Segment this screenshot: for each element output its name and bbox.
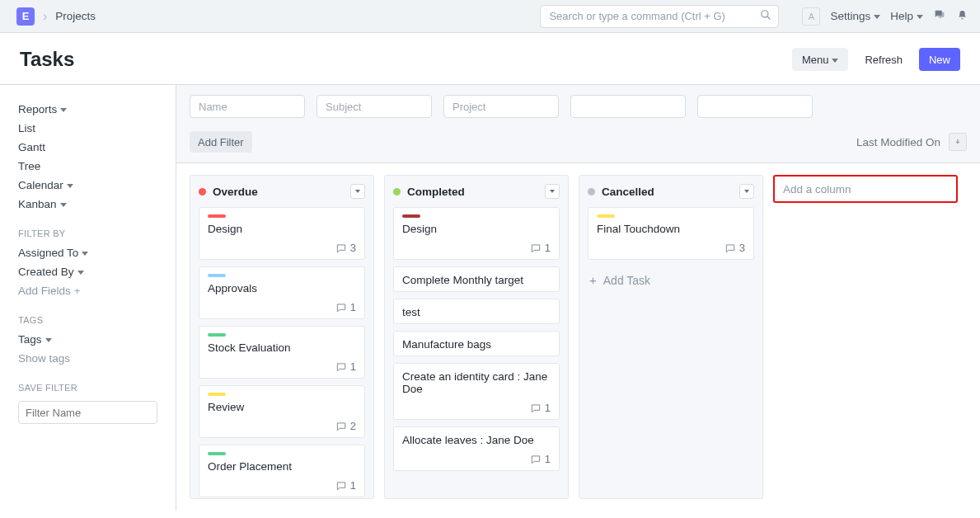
chevron-down-icon [82,252,88,256]
card-comments: 1 [208,301,356,313]
filter-input[interactable] [317,95,432,118]
card-comments: 1 [208,360,356,373]
page-title: Tasks [20,48,792,71]
card-priority-bar [208,274,226,277]
card-comments: 1 [208,479,356,492]
column-title: Completed [407,186,538,198]
card-title: Create an identity card : Jane Doe [402,370,551,395]
card-priority-bar [208,452,226,455]
sidebar-view-item[interactable]: Tree [18,157,157,176]
comment-icon [724,243,736,254]
chevron-down-icon [874,15,880,19]
card-title: Manufacture bags [402,338,551,351]
chevron-down-icon [77,271,84,275]
chevron-down-icon [67,184,73,188]
card-title: Complete Monthly target [402,274,551,286]
help-menu[interactable]: Help [890,10,923,22]
add-task-button[interactable]: + Add Task [588,266,754,294]
chevron-right-icon: › [43,9,47,24]
page-header: Tasks Menu Refresh New [0,33,980,85]
kanban-card[interactable]: test [393,299,560,324]
card-title: Final Touchdown [597,223,745,235]
bell-icon[interactable] [956,9,968,24]
tags-link[interactable]: Tags [18,330,157,349]
card-title: Allocate leaves : Jane Doe [402,434,551,446]
chevron-down-icon [744,190,749,193]
comment-icon [335,361,347,373]
search-icon [760,9,771,23]
filter-input[interactable] [570,95,686,118]
sidebar-filter-item[interactable]: Assigned To [18,243,157,262]
settings-label: Settings [830,10,870,22]
chat-icon[interactable] [933,8,946,24]
kanban-card[interactable]: Create an identity card : Jane Doe 1 [393,363,560,420]
kanban-column: Overdue Design 3Approvals 1Stock Evaluat… [190,175,374,499]
filter-input[interactable] [697,95,813,118]
sort-label[interactable]: Last Modified On [856,136,940,148]
refresh-button[interactable]: Refresh [855,48,912,71]
kanban-card[interactable]: Review 2 [199,385,365,438]
sidebar-view-item[interactable]: Kanban [18,195,157,214]
card-comments: 1 [402,242,551,254]
card-priority-bar [208,393,226,396]
add-filter-button[interactable]: Add Filter [190,131,252,153]
filter-input[interactable] [190,95,305,118]
card-comments: 3 [597,242,745,254]
save-filter-heading: SAVE FILTER [18,383,157,393]
search-input[interactable] [547,9,760,23]
avatar[interactable]: A [802,7,820,26]
breadcrumb[interactable]: Projects [55,10,96,22]
show-tags-link[interactable]: Show tags [18,349,157,368]
kanban-card[interactable]: Order Placement 1 [199,445,365,497]
kanban-card[interactable]: Allocate leaves : Jane Doe 1 [393,426,560,471]
menu-button[interactable]: Menu [792,48,849,71]
arrow-down-icon [954,138,962,146]
add-column-button[interactable]: Add a column [773,175,958,203]
app-logo[interactable]: E [16,7,35,26]
chevron-down-icon [550,190,555,193]
plus-icon: + [74,285,81,297]
add-fields-link[interactable]: Add Fields + [18,281,157,300]
global-search[interactable] [540,5,779,28]
sidebar-view-item[interactable]: List [18,119,157,138]
kanban-card[interactable]: Design 1 [393,207,560,260]
tags-heading: TAGS [18,315,157,325]
svg-line-1 [767,16,771,20]
sidebar-filter-item[interactable]: Created By [18,262,157,281]
kanban-card[interactable]: Manufacture bags [393,331,560,356]
kanban-card[interactable]: Approvals 1 [199,266,365,319]
filter-input[interactable] [443,95,559,118]
sidebar-view-item[interactable]: Reports [18,100,157,119]
card-comments: 1 [402,453,551,465]
comment-icon [530,403,542,414]
column-title: Overdue [213,186,344,198]
kanban-card[interactable]: Final Touchdown 3 [588,207,754,260]
status-dot [393,188,401,195]
column-menu-button[interactable] [739,184,754,199]
column-menu-button[interactable] [350,184,365,199]
chevron-down-icon [832,59,838,63]
filter-name-input[interactable] [18,401,157,424]
sort-direction-button[interactable] [949,133,967,151]
kanban-card[interactable]: Stock Evaluation 1 [199,326,365,379]
status-dot [588,188,595,195]
sidebar: ReportsListGanttTreeCalendarKanban FILTE… [0,85,176,511]
card-priority-bar [402,214,420,218]
sidebar-view-item[interactable]: Calendar [18,176,157,195]
column-menu-button[interactable] [545,184,560,199]
chevron-down-icon [917,15,923,19]
comment-icon [335,480,347,492]
new-button[interactable]: New [919,48,960,71]
kanban-card[interactable]: Design 3 [199,207,365,260]
card-priority-bar [208,333,226,337]
chevron-down-icon [60,108,67,112]
card-comments: 1 [402,402,551,414]
card-title: test [402,306,551,318]
kanban-card[interactable]: Complete Monthly target [393,266,560,292]
column-title: Cancelled [602,186,733,198]
settings-menu[interactable]: Settings [830,10,880,22]
sidebar-view-item[interactable]: Gantt [18,138,157,157]
card-title: Design [208,223,356,235]
plus-icon: + [589,273,597,287]
comment-icon [335,243,347,254]
